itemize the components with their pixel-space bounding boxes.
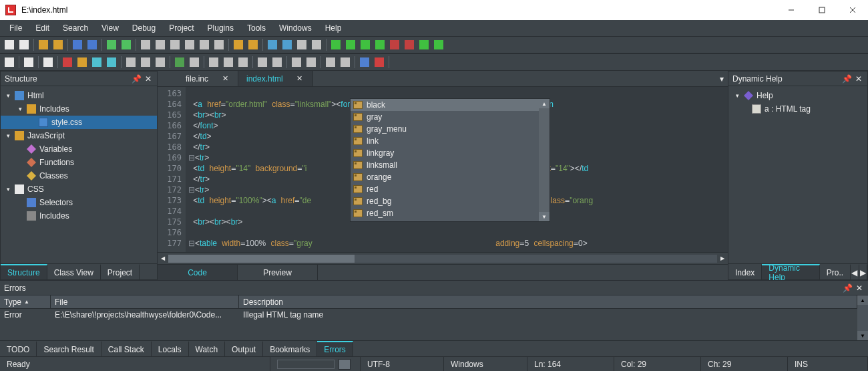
step-icon[interactable] <box>373 38 387 51</box>
scroll-right-icon[interactable]: ▶ <box>717 253 728 264</box>
print-icon[interactable] <box>310 38 323 51</box>
scroll-down-icon[interactable]: ▼ <box>857 331 868 340</box>
cut-icon[interactable] <box>139 38 152 51</box>
autocomplete-item[interactable]: orange <box>351 171 550 183</box>
pin-icon[interactable]: 📌 <box>842 74 851 84</box>
autocomplete-item[interactable]: gray_menu <box>351 123 550 135</box>
tree-node-includes[interactable]: Includes <box>1 209 157 223</box>
div-icon[interactable] <box>222 55 235 69</box>
link-icon[interactable] <box>358 55 371 69</box>
tree-node-style-css[interactable]: style.css <box>1 116 157 129</box>
autocomplete-item[interactable]: linkgray <box>351 147 550 159</box>
menu-project[interactable]: Project <box>162 21 200 35</box>
editor-hscroll[interactable]: ◀ ▶ <box>158 252 728 264</box>
help-item[interactable]: a : HTML tag <box>730 102 866 116</box>
copy-icon[interactable] <box>198 38 211 51</box>
left-tab-structure[interactable]: Structure <box>1 264 47 279</box>
record-icon[interactable] <box>388 38 401 51</box>
replace-icon[interactable] <box>246 38 260 51</box>
div-icon[interactable] <box>236 55 250 69</box>
bottom-tab-bookmarks[interactable]: Bookmarks <box>263 341 317 356</box>
col-type[interactable]: Type ▲ <box>0 295 51 308</box>
tree-node-html[interactable]: ▾Html <box>1 89 157 102</box>
tab-nav-icon[interactable]: ◀ <box>851 264 859 279</box>
stop-icon[interactable] <box>403 38 416 51</box>
step-icon[interactable] <box>359 38 372 51</box>
color-icon[interactable] <box>75 55 89 69</box>
left-tab-class-view[interactable]: Class View <box>47 264 101 279</box>
open-icon[interactable] <box>51 38 65 51</box>
tree-node-functions[interactable]: Functions <box>1 156 157 169</box>
new-icon[interactable] <box>17 38 31 51</box>
scroll-up-icon[interactable]: ▲ <box>857 295 868 305</box>
align-icon[interactable] <box>154 55 167 69</box>
open-icon[interactable] <box>37 38 50 51</box>
tab-close-icon[interactable]: ✕ <box>220 74 230 84</box>
autocomplete-item[interactable]: red_sm <box>351 207 550 219</box>
menu-windows[interactable]: Windows <box>272 21 318 35</box>
highlight-icon[interactable] <box>90 55 103 69</box>
align-icon[interactable] <box>188 55 201 69</box>
autocomplete-popup[interactable]: blackgraygray_menulinklinkgraylinksmallo… <box>350 98 550 222</box>
col-file[interactable]: File <box>51 295 239 308</box>
menu-file[interactable]: File <box>3 21 29 35</box>
highlight-icon[interactable] <box>105 55 118 69</box>
scroll-up-icon[interactable]: ▲ <box>539 99 550 108</box>
editor-tab-file-inc[interactable]: file.inc✕ <box>178 71 238 86</box>
pin-icon[interactable]: 📌 <box>843 283 852 293</box>
menu-search[interactable]: Search <box>56 21 95 35</box>
underline-icon[interactable] <box>41 55 55 69</box>
right-tab-index[interactable]: Index <box>728 264 762 279</box>
list-icon[interactable] <box>290 55 303 69</box>
tree-node-classes[interactable]: Classes <box>1 169 157 182</box>
saveall-icon[interactable] <box>85 38 99 51</box>
bottom-tab-errors[interactable]: Errors <box>317 341 353 356</box>
step-icon[interactable] <box>432 38 445 51</box>
view-tab-code[interactable]: Code <box>158 265 238 280</box>
cut-icon[interactable] <box>183 38 196 51</box>
align-icon[interactable] <box>139 55 152 69</box>
status-encoding[interactable]: UTF-8 <box>361 357 444 371</box>
status-eol[interactable]: Windows <box>444 357 527 371</box>
tree-node-css[interactable]: ▾CSS <box>1 182 157 196</box>
panel-close-icon[interactable]: ✕ <box>855 283 864 293</box>
menu-help[interactable]: Help <box>318 21 349 35</box>
help-tree[interactable]: ▾ Help a : HTML tag <box>728 86 867 263</box>
div-icon[interactable] <box>256 55 269 69</box>
errors-body[interactable]: Error E:\E\share\!projects\healthwyse\fo… <box>0 309 857 340</box>
error-row[interactable]: Error E:\E\share\!projects\healthwyse\fo… <box>0 309 857 322</box>
bookmark-icon[interactable] <box>280 38 294 51</box>
scroll-down-icon[interactable]: ▼ <box>539 212 550 221</box>
div-icon[interactable] <box>207 55 220 69</box>
list-icon[interactable] <box>304 55 318 69</box>
run-icon[interactable] <box>329 38 343 51</box>
autocomplete-item[interactable]: subscribe <box>351 219 550 221</box>
debug-icon[interactable] <box>344 38 357 51</box>
indent-icon[interactable] <box>324 55 337 69</box>
paste-icon[interactable] <box>168 38 182 51</box>
autocomplete-item[interactable]: linksmall <box>351 159 550 171</box>
bold-icon[interactable] <box>3 55 16 69</box>
errors-vscroll[interactable]: ▲ ▼ <box>857 295 868 340</box>
tree-node-includes[interactable]: ▾Includes <box>1 102 157 116</box>
paste-icon[interactable] <box>212 38 226 51</box>
new-icon[interactable] <box>3 38 16 51</box>
image-icon[interactable] <box>173 55 186 69</box>
scroll-left-icon[interactable]: ◀ <box>158 253 168 264</box>
div-icon[interactable] <box>270 55 284 69</box>
autocomplete-item[interactable]: red <box>351 183 550 195</box>
menu-debug[interactable]: Debug <box>126 21 162 35</box>
bottom-tab-watch[interactable]: Watch <box>189 341 226 356</box>
structure-tree[interactable]: ▾Html▾Includesstyle.css▾JavaScriptVariab… <box>1 86 157 263</box>
copy-icon[interactable] <box>154 38 167 51</box>
indent-icon[interactable] <box>339 55 352 69</box>
bottom-tab-output[interactable]: Output <box>225 341 263 356</box>
right-tab-properties[interactable]: Pro.. <box>820 264 851 279</box>
view-tab-preview[interactable]: Preview <box>238 265 318 280</box>
autocomplete-item[interactable]: red_bg <box>351 195 550 207</box>
col-description[interactable]: Description <box>239 295 857 308</box>
toggle-icon[interactable] <box>339 359 351 370</box>
tree-node-javascript[interactable]: ▾JavaScript <box>1 129 157 142</box>
menu-edit[interactable]: Edit <box>29 21 56 35</box>
menu-view[interactable]: View <box>95 21 126 35</box>
